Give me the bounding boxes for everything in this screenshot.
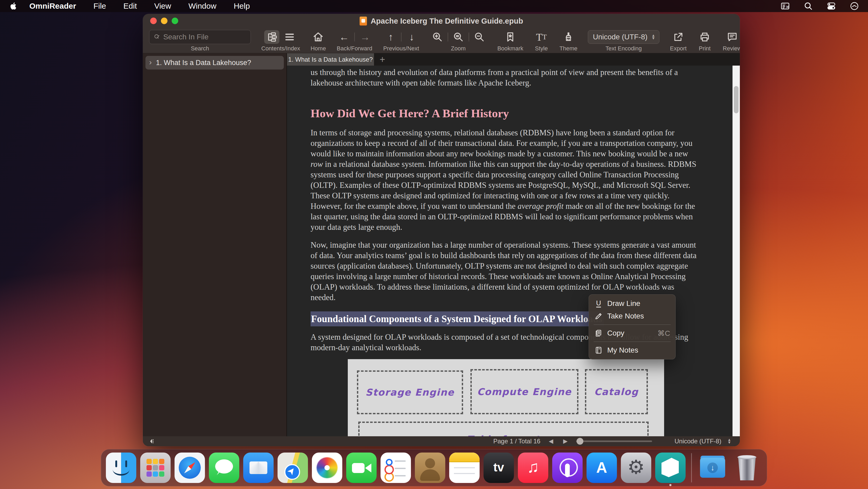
theme-button[interactable] xyxy=(561,30,576,44)
clock-icon[interactable] xyxy=(850,1,859,11)
notebook-icon xyxy=(594,346,603,355)
control-center-icon[interactable] xyxy=(827,1,836,11)
menu-item-help[interactable]: Help xyxy=(234,2,250,10)
bookmark-icon xyxy=(505,31,516,42)
dock-icon-tv[interactable] xyxy=(484,453,514,483)
menu-item-file[interactable]: File xyxy=(93,2,106,10)
sidebar-collapse-icon[interactable] xyxy=(149,438,157,445)
index-list-icon xyxy=(284,31,295,42)
menu-bar: OmniReader FileEditViewWindowHelp ⌘ xyxy=(0,0,868,12)
index-list-button[interactable] xyxy=(282,30,297,44)
context-menu-item-label: Copy xyxy=(607,329,624,337)
new-tab-button[interactable]: + xyxy=(374,53,391,65)
dock-icon-settings[interactable] xyxy=(621,453,651,483)
dock-icon-photos[interactable] xyxy=(312,453,342,483)
previous-page-button[interactable]: ◀ xyxy=(547,438,555,445)
context-menu-item-take-notes[interactable]: Take Notes xyxy=(591,310,673,322)
dock-icon-podcasts[interactable] xyxy=(552,453,583,483)
dock-icon-facetime[interactable] xyxy=(346,453,377,483)
dock-icon-notes[interactable] xyxy=(449,453,479,483)
next-button[interactable]: ↓ xyxy=(404,30,419,44)
dock-icon-omnireader[interactable] xyxy=(655,453,686,483)
contents-tree-button[interactable] xyxy=(264,30,279,44)
search-input-field[interactable] xyxy=(163,33,246,41)
menu-item-edit[interactable]: Edit xyxy=(123,2,137,10)
dock-icon-maps[interactable] xyxy=(278,453,308,483)
scrollbar-track[interactable] xyxy=(733,65,740,436)
bookmark-button[interactable] xyxy=(503,30,518,44)
scrollbar-thumb[interactable] xyxy=(734,86,739,113)
text-encoding-value: Unicode (UTF-8) xyxy=(593,33,647,41)
book-content-area[interactable]: us through the history and evolution of … xyxy=(287,65,740,436)
sidebar-item-chapter-1[interactable]: › 1. What Is a Data Lakehouse? xyxy=(146,56,284,69)
minimize-button[interactable] xyxy=(161,18,167,24)
dock-icon-messages[interactable] xyxy=(209,453,239,483)
context-menu-item-my-notes[interactable]: My Notes xyxy=(591,344,673,356)
underline-icon: U xyxy=(594,299,603,308)
tab-chapter-1[interactable]: 1. What Is a Data Lakehouse? xyxy=(287,53,374,65)
selected-text: Foundational Components of a System Desi… xyxy=(311,311,604,326)
body-paragraph: Now, imagine that your organization has … xyxy=(311,240,701,303)
previous-button[interactable]: ↑ xyxy=(383,30,398,44)
page-slider[interactable] xyxy=(576,440,652,442)
keyboard-switcher-icon[interactable]: ⌘ xyxy=(780,1,790,11)
tab-label: 1. What Is a Data Lakehouse? xyxy=(288,56,373,63)
next-page-button[interactable]: ▶ xyxy=(562,438,569,445)
dock-icon-reminders[interactable] xyxy=(380,453,411,483)
menu-item-window[interactable]: Window xyxy=(188,2,216,10)
zoom-label: Zoom xyxy=(451,46,466,51)
dock-icon-launchpad[interactable] xyxy=(140,453,170,483)
text-encoding-label: Text Encoding xyxy=(606,46,642,51)
zoom-in-button[interactable] xyxy=(430,30,445,44)
context-menu-item-copy[interactable]: Copy⌘C xyxy=(591,327,673,340)
title-bar[interactable]: Apache Iceberg The Definitive Guide.epub xyxy=(143,14,740,28)
context-menu-item-label: My Notes xyxy=(607,346,638,354)
forward-button[interactable]: → xyxy=(358,30,373,44)
close-button[interactable] xyxy=(150,18,157,24)
theme-label: Theme xyxy=(560,46,577,51)
page-slider-thumb[interactable] xyxy=(577,438,583,445)
dock-icon-trash[interactable] xyxy=(732,453,762,483)
reader-column: 1. What Is a Data Lakehouse? + us throug… xyxy=(287,53,740,436)
review-label: Review xyxy=(723,46,740,51)
print-button[interactable] xyxy=(697,30,712,44)
back-button[interactable]: ← xyxy=(337,30,352,44)
export-button[interactable] xyxy=(671,30,686,44)
zoom-window-button[interactable] xyxy=(172,18,178,24)
omnireader-window: Apache Iceberg The Definitive Guide.epub… xyxy=(143,14,740,446)
apple-menu-icon[interactable] xyxy=(9,2,18,10)
dock-icon-contacts[interactable] xyxy=(415,453,445,483)
status-encoding-stepper-icon[interactable]: ▴▾ xyxy=(728,438,731,444)
spotlight-search-icon[interactable] xyxy=(804,1,813,11)
window-main: › 1. What Is a Data Lakehouse? 1. What I… xyxy=(143,53,740,436)
dock-icon-downloads[interactable] xyxy=(698,453,728,483)
style-button[interactable]: TT xyxy=(534,30,549,44)
dock-icon-safari[interactable] xyxy=(175,453,205,483)
context-menu-item-draw-line[interactable]: UDraw Line xyxy=(591,297,673,310)
status-encoding-select[interactable]: Unicode (UTF-8) xyxy=(675,438,721,445)
menu-app-name[interactable]: OmniReader xyxy=(29,2,76,10)
dock-icon-music[interactable] xyxy=(518,453,548,483)
zoom-reset-icon xyxy=(453,31,464,42)
zoom-out-button[interactable] xyxy=(472,30,487,44)
toolbar-style-group: TT Style xyxy=(534,30,549,51)
export-icon xyxy=(673,31,684,42)
toolbar-home-group: Home xyxy=(311,30,326,51)
dock-icon-mail[interactable] xyxy=(243,453,274,483)
menu-divider xyxy=(594,324,671,325)
select-stepper-icon: ▴▾ xyxy=(652,34,655,39)
context-menu: UDraw LineTake NotesCopy⌘CMy Notes xyxy=(589,294,676,359)
home-button[interactable] xyxy=(311,30,326,44)
dock-icon-finder[interactable] xyxy=(106,453,136,483)
toolbar-bookmark-group: Bookmark xyxy=(497,30,523,51)
search-input[interactable] xyxy=(149,30,251,44)
diagram-box-compute-engine: Compute Engine xyxy=(470,369,579,414)
review-button[interactable] xyxy=(725,30,740,44)
toolbar-contents-group: Contents/Index xyxy=(261,30,300,51)
dock-icon-appstore[interactable] xyxy=(587,453,617,483)
diagram-box-table-format: Table format xyxy=(358,422,649,436)
disclosure-chevron-icon[interactable]: › xyxy=(149,58,152,66)
zoom-reset-button[interactable] xyxy=(451,30,466,44)
menu-item-view[interactable]: View xyxy=(154,2,171,10)
text-encoding-select[interactable]: Unicode (UTF-8) ▴▾ xyxy=(588,30,659,44)
